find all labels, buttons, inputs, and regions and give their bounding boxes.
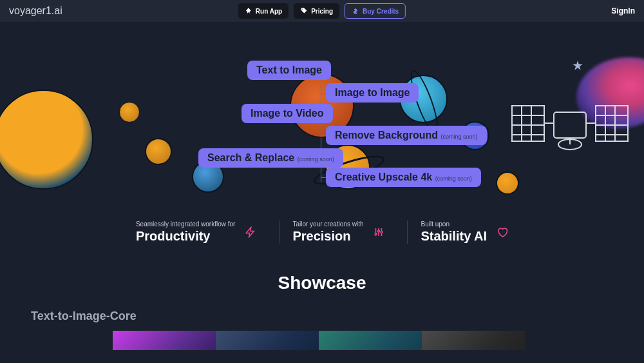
pricing-label: Pricing bbox=[311, 8, 333, 15]
tag-creative-upscale[interactable]: Creative Upscale 4k (coming soon) bbox=[326, 168, 481, 187]
gallery-image[interactable] bbox=[422, 331, 525, 350]
gallery-image[interactable] bbox=[319, 331, 422, 350]
coming-soon-label: (coming soon) bbox=[435, 175, 472, 182]
feature-subtitle: Seamlessly integrated workflow for bbox=[136, 221, 236, 228]
coming-soon-label: (coming soon) bbox=[441, 133, 478, 140]
brand-logo[interactable]: voyager1.ai bbox=[9, 5, 62, 17]
svg-point-18 bbox=[378, 230, 380, 232]
planet-decoration bbox=[119, 102, 140, 123]
feature-title: Productivity bbox=[136, 229, 236, 244]
feature-title: Precision bbox=[292, 229, 363, 244]
tag-image-to-image[interactable]: Image to Image bbox=[326, 83, 419, 103]
feature-subtitle: Built upon bbox=[421, 221, 487, 228]
run-app-label: Run App bbox=[256, 8, 282, 15]
feature-subtitle: Tailor your creations with bbox=[292, 221, 363, 228]
svg-point-19 bbox=[381, 231, 383, 233]
heart-icon bbox=[497, 226, 508, 238]
coming-soon-label: (coming soon) bbox=[298, 156, 334, 162]
star-decoration bbox=[573, 61, 583, 71]
tag-search-replace[interactable]: Search & Replace (coming soon) bbox=[198, 148, 343, 168]
signin-link[interactable]: SignIn bbox=[611, 6, 635, 15]
buy-credits-button[interactable]: Buy Credits bbox=[345, 3, 406, 19]
gallery-image[interactable] bbox=[216, 331, 319, 350]
gallery bbox=[113, 331, 644, 350]
tag-text-to-image[interactable]: Text to Image bbox=[247, 61, 331, 80]
showcase-heading: Showcase bbox=[0, 273, 644, 293]
pricing-button[interactable]: Pricing bbox=[294, 3, 339, 19]
tag-label: Remove Background bbox=[335, 130, 438, 141]
showcase-subheading: Text-to-Image-Core bbox=[31, 309, 644, 323]
features-row: Seamlessly integrated workflow for Produ… bbox=[0, 221, 644, 244]
nav-center: Run App Pricing Buy Credits bbox=[238, 3, 406, 19]
feature-precision: Tailor your creations with Precision bbox=[279, 221, 397, 244]
svg-rect-1 bbox=[512, 106, 544, 141]
gallery-image[interactable] bbox=[113, 331, 216, 350]
navbar: voyager1.ai Run App Pricing Buy Credits … bbox=[0, 0, 644, 22]
svg-rect-7 bbox=[596, 106, 628, 141]
buy-credits-label: Buy Credits bbox=[363, 8, 399, 15]
tag-label: Search & Replace bbox=[207, 152, 294, 163]
planet-decoration bbox=[145, 138, 172, 165]
sliders-icon bbox=[373, 226, 384, 238]
sun-decoration bbox=[0, 90, 93, 190]
lightning-icon bbox=[245, 226, 256, 238]
svg-point-17 bbox=[375, 233, 377, 235]
hero-section: Text to Image Image to Image Image to Vi… bbox=[0, 22, 644, 202]
feature-title: Stability AI bbox=[421, 229, 487, 244]
satellite-decoration bbox=[506, 80, 634, 170]
rocket-icon bbox=[245, 7, 252, 15]
tag-image-to-video[interactable]: Image to Video bbox=[242, 104, 333, 123]
feature-productivity: Seamlessly integrated workflow for Produ… bbox=[123, 221, 270, 244]
feature-stability: Built upon Stability AI bbox=[407, 221, 521, 244]
tag-label: Creative Upscale 4k bbox=[335, 172, 432, 182]
planet-decoration bbox=[496, 172, 519, 195]
tag-remove-background[interactable]: Remove Background (coming soon) bbox=[326, 126, 487, 145]
run-app-button[interactable]: Run App bbox=[238, 3, 289, 19]
svg-rect-0 bbox=[554, 112, 586, 138]
tag-icon bbox=[300, 7, 308, 15]
dollar-icon bbox=[352, 7, 359, 15]
